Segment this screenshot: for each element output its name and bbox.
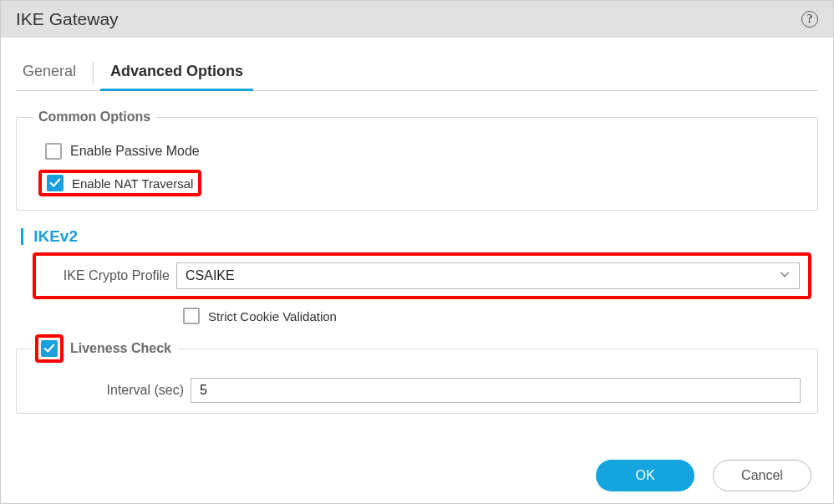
liveness-legend: Liveness Check <box>33 334 178 363</box>
nat-traversal-label: Enable NAT Traversal <box>72 176 193 191</box>
liveness-checkbox-highlight <box>35 334 64 363</box>
ike-crypto-highlight: IKE Crypto Profile CSAIKE <box>33 252 811 299</box>
interval-input[interactable] <box>191 378 801 403</box>
strict-cookie-checkbox[interactable] <box>183 308 200 324</box>
tab-separator <box>93 62 94 84</box>
nat-traversal-highlight: Enable NAT Traversal <box>38 170 201 196</box>
ikev2-section-heading: IKEv2 <box>21 227 818 246</box>
ike-gateway-dialog: IKE Gateway ? General Advanced Options C… <box>0 0 834 504</box>
nat-traversal-checkbox[interactable] <box>47 175 64 191</box>
check-icon <box>49 177 61 189</box>
chevron-down-icon <box>779 268 791 283</box>
common-options-group: Common Options Enable Passive Mode Enabl… <box>16 109 818 211</box>
liveness-check-group: Liveness Check Interval (sec) <box>16 334 818 414</box>
titlebar: IKE Gateway ? <box>1 1 833 38</box>
passive-mode-checkbox[interactable] <box>45 143 62 160</box>
tab-bar: General Advanced Options <box>16 54 818 91</box>
dialog-title: IKE Gateway <box>16 9 119 29</box>
tab-advanced-options[interactable]: Advanced Options <box>104 54 250 90</box>
check-icon <box>43 343 55 354</box>
cancel-button[interactable]: Cancel <box>713 460 811 491</box>
interval-row: Interval (sec) <box>67 378 801 403</box>
ike-crypto-row: IKE Crypto Profile CSAIKE <box>44 262 800 289</box>
liveness-checkbox[interactable] <box>41 340 58 357</box>
ike-crypto-label: IKE Crypto Profile <box>44 268 170 283</box>
strict-cookie-label: Strict Cookie Validation <box>208 309 337 323</box>
passive-mode-row: Enable Passive Mode <box>45 140 801 163</box>
tab-general[interactable]: General <box>16 54 83 90</box>
ike-crypto-value: CSAIKE <box>186 268 235 283</box>
interval-label: Interval (sec) <box>67 383 184 398</box>
passive-mode-label: Enable Passive Mode <box>70 144 200 159</box>
strict-cookie-row: Strict Cookie Validation <box>183 308 818 324</box>
help-icon[interactable]: ? <box>801 11 818 28</box>
dialog-content: General Advanced Options Common Options … <box>1 38 833 414</box>
liveness-legend-text: Liveness Check <box>70 341 171 356</box>
ikev2-heading-text: IKEv2 <box>33 227 78 245</box>
ike-crypto-select[interactable]: CSAIKE <box>176 262 800 289</box>
ok-button[interactable]: OK <box>596 460 694 491</box>
common-options-legend: Common Options <box>33 109 155 125</box>
dialog-footer: OK Cancel <box>596 460 811 491</box>
section-bar-icon <box>21 228 23 245</box>
